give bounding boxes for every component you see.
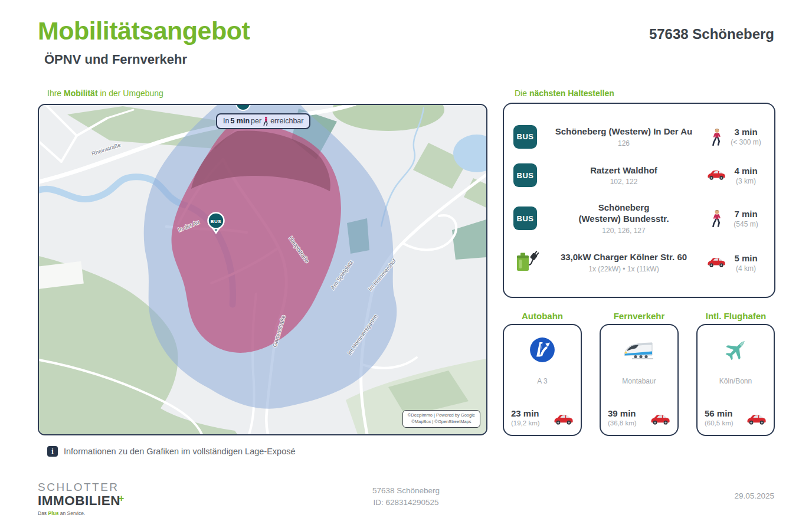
stop-row: BUS Schöneberg(Westerw) Bundesstr. 120, … [513, 202, 765, 235]
airplane-icon [722, 336, 750, 364]
stop-time: 7 min [727, 209, 765, 219]
stop-lines: 126 [545, 139, 702, 148]
motorway-icon [529, 336, 556, 363]
stop-time: 4 min [727, 166, 765, 176]
car-icon [746, 413, 767, 427]
stop-row: BUS Ratzert Waldhof 102, 122 4 min (3 km… [513, 163, 765, 187]
stop-name: 33,0kW Charger Kölner Str. 60 [545, 252, 702, 263]
stop-name: Schöneberg(Westerw) Bundesstr. [545, 202, 702, 225]
page-title: Mobilitätsangebot [38, 17, 250, 45]
footer-id: ID: 628314290525 [0, 497, 812, 509]
card-distance: (36,8 km) [608, 419, 637, 427]
reachability-tooltip: In 5 min per erreichbar [216, 113, 310, 129]
footer-date: 29.05.2025 [734, 491, 774, 500]
ev-charger-icon [513, 250, 539, 276]
stop-lines: 120, 126, 127 [545, 227, 702, 235]
fernverkehr-card: Montabaur 39 min (36,8 km) [600, 324, 679, 436]
stop-distance: (< 300 m) [727, 138, 765, 146]
card-name: A 3 [537, 377, 547, 385]
note-text: Informationen zu den Grafiken im vollstä… [64, 447, 296, 456]
card-title-fernverkehr: Fernverkehr [600, 311, 679, 321]
card-name: Montabaur [622, 377, 656, 385]
nearest-stops-panel: BUS Schöneberg (Westerw) In Der Au 126 3… [503, 103, 775, 298]
page-subtitle: ÖPNV und Fernverkehr [44, 52, 187, 67]
stop-name: Ratzert Waldhof [545, 165, 702, 176]
flughafen-card: Köln/Bonn 56 min (60,5 km) [696, 324, 775, 436]
stop-distance: (545 m) [727, 220, 765, 228]
car-icon [707, 256, 726, 269]
walk-icon [263, 116, 269, 126]
stop-row: 33,0kW Charger Kölner Str. 60 1x (22kW) … [513, 250, 765, 276]
map-canvas: Rheinstraße In der Au Hauptstraße Am Spi… [39, 105, 486, 434]
logo-tagline: Das Plus an Service. [38, 510, 125, 516]
bus-icon: BUS [513, 163, 537, 187]
isochrone-map: Rheinstraße In der Au Hauptstraße Am Spi… [38, 104, 487, 435]
autobahn-card: A 3 23 min (19,2 km) [503, 324, 582, 436]
card-title-autobahn: Autobahn [503, 311, 582, 321]
train-icon [623, 338, 656, 362]
stop-name: Schöneberg (Westerw) In Der Au [545, 126, 702, 137]
stop-lines: 102, 122 [545, 178, 702, 186]
car-icon [650, 413, 670, 427]
car-icon [554, 413, 574, 427]
footer-location: 57638 Schöneberg [0, 485, 812, 497]
walk-icon [711, 209, 723, 227]
mobility-report-page: Mobilitätsangebot 57638 Schöneberg ÖPNV … [0, 0, 812, 531]
map-section-label: Ihre Mobilität in der Umgebung [47, 88, 163, 98]
stop-distance: (3 km) [727, 177, 765, 185]
card-time: 23 min [511, 408, 540, 418]
bus-icon: BUS [513, 206, 537, 230]
graphics-info-note: i Informationen zu den Grafiken im volls… [47, 446, 296, 457]
card-distance: (19,2 km) [511, 419, 540, 427]
card-time: 39 min [608, 408, 637, 418]
info-icon: i [47, 446, 58, 457]
footer-reference: 57638 Schöneberg ID: 628314290525 [0, 485, 812, 508]
card-title-flughafen: Intl. Flughafen [696, 311, 775, 321]
stop-lines: 1x (22kW) • 1x (11kW) [545, 265, 702, 273]
location-title: 57638 Schöneberg [649, 26, 774, 42]
stop-time: 5 min [727, 253, 765, 263]
map-attribution: ©DeepImmo | Powered by Google ©MapBox | … [402, 410, 480, 428]
stop-row: BUS Schöneberg (Westerw) In Der Au 126 3… [513, 125, 765, 149]
car-icon [707, 169, 726, 182]
card-time: 56 min [705, 408, 734, 418]
svg-text:BUS: BUS [211, 219, 222, 224]
stop-time: 3 min [727, 127, 765, 137]
card-distance: (60,5 km) [705, 419, 734, 427]
walk-icon [711, 128, 723, 146]
stops-section-label: Die nächsten Haltestellen [515, 88, 614, 98]
card-name: Köln/Bonn [719, 377, 752, 385]
stop-distance: (4 km) [727, 264, 765, 273]
bus-icon: BUS [513, 125, 537, 149]
